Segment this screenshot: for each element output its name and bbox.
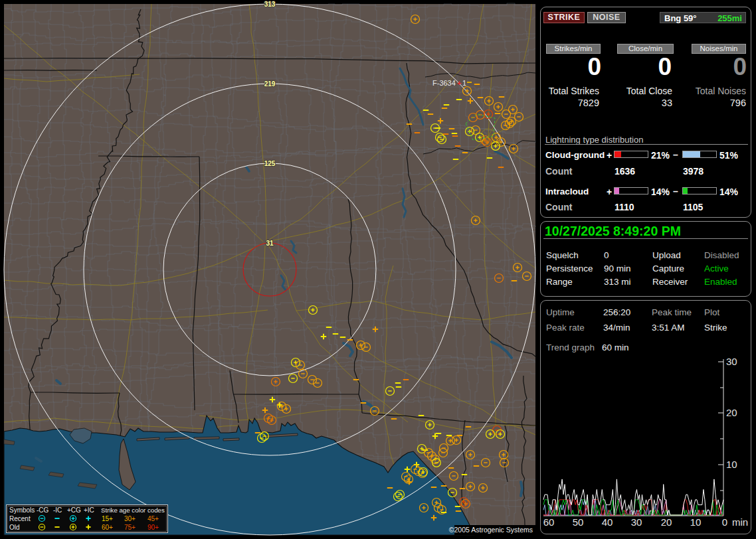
svg-text:0: 0 — [722, 516, 727, 528]
svg-text:20: 20 — [726, 407, 737, 418]
svg-text:60: 60 — [543, 516, 555, 528]
svg-text:30: 30 — [726, 356, 737, 367]
svg-text:10: 10 — [726, 459, 737, 470]
svg-text:50: 50 — [573, 516, 584, 528]
svg-text:min: min — [732, 516, 748, 528]
svg-text:40: 40 — [602, 516, 613, 528]
svg-text:30: 30 — [631, 516, 642, 528]
svg-text:20: 20 — [661, 516, 672, 528]
svg-text:10: 10 — [690, 516, 702, 528]
